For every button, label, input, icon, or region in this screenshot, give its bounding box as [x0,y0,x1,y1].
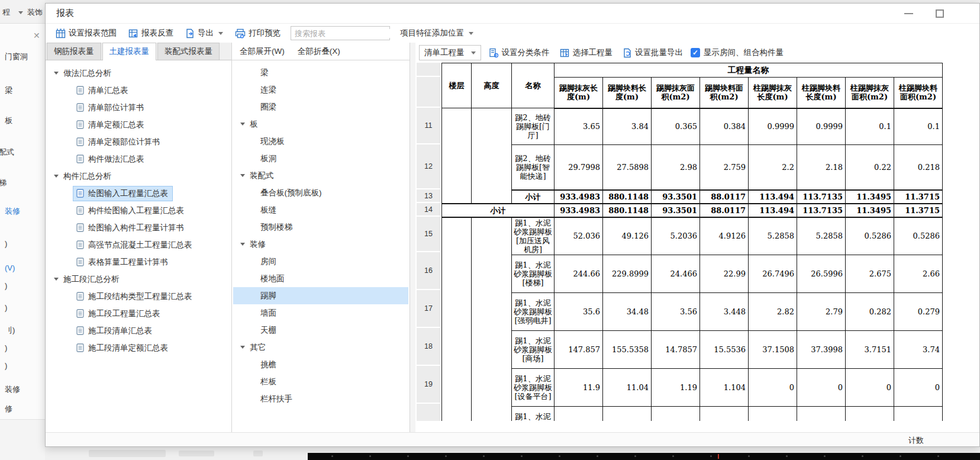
value-cell[interactable]: 2.759 [700,145,749,190]
name-cell[interactable]: 踢1、水泥砂浆踢脚板[加压送风机房] [512,217,555,255]
collapse-all-button[interactable]: 全部折叠(X) [298,46,340,57]
value-cell[interactable]: 113.494 [749,190,797,204]
minimize-icon[interactable] [904,13,913,14]
tree-report-item-body[interactable]: 施工段清单汇总表 [73,323,157,339]
name-cell[interactable]: 踢2、地砖踢脚板[智能快递] [512,145,555,190]
value-cell[interactable]: 0.218 [894,145,943,190]
tree-report-item[interactable]: 清单部位计算书 [46,99,231,116]
category-item[interactable]: 圈梁 [233,98,408,115]
value-cell[interactable]: 2.2 [749,145,797,190]
tree-report-item[interactable]: 清单定额部位计算书 [46,133,231,150]
column-header[interactable]: 柱踢脚块料面积(m2) [894,78,943,108]
value-cell[interactable]: 3.84 [603,108,652,145]
tree-group[interactable]: 施工段汇总分析 [46,271,231,288]
category-item[interactable]: 装修 [233,236,408,253]
value-cell[interactable] [797,406,846,421]
tree-report-item-body[interactable]: 施工段结构类型工程量汇总表 [73,289,197,304]
category-item[interactable]: 板洞 [233,150,408,167]
print-preview-button[interactable]: 打印预览 [231,26,285,40]
value-cell[interactable]: 11.9 [555,368,603,406]
select-quantity-button[interactable]: 选择工程量 [557,46,615,60]
value-cell[interactable] [555,406,603,421]
tree-report-item-body[interactable]: 清单汇总表 [73,83,133,98]
value-cell[interactable]: 113.494 [749,204,797,217]
category-item[interactable]: 楼地面 [233,270,408,287]
value-cell[interactable]: 0.5286 [894,217,943,255]
value-cell[interactable]: 88.0117 [700,204,749,217]
value-cell[interactable]: 0.5286 [846,217,894,255]
value-cell[interactable]: 11.3495 [846,204,894,217]
tree-report-item-body[interactable]: 高强节点混凝土工程量汇总表 [73,237,197,253]
column-header-name[interactable]: 名称 [512,63,555,108]
value-cell[interactable]: 0.279 [894,292,943,330]
value-cell[interactable]: 0 [894,368,943,406]
column-header[interactable]: 柱踢脚抹灰长度(m) [749,78,797,108]
value-cell[interactable]: 11.3715 [894,204,943,217]
tree-report-item[interactable]: 高强节点混凝土工程量汇总表 [46,236,231,253]
tree-report-item[interactable]: 施工段清单汇总表 [46,322,231,339]
value-cell[interactable]: 37.1508 [749,330,797,368]
value-cell[interactable]: 229.8999 [603,255,652,292]
category-item[interactable]: 天棚 [233,321,408,339]
value-cell[interactable]: 22.99 [700,255,749,292]
group-header[interactable]: 工程量名称 [555,63,943,78]
category-item[interactable]: 板缝 [233,201,408,218]
name-cell[interactable]: 小计 [512,190,555,204]
tab-土建报表量[interactable]: 土建报表量 [102,43,157,60]
category-item[interactable]: 预制楼梯 [233,218,408,236]
subtotal-cell[interactable]: 小计 [442,204,555,217]
value-cell[interactable]: 880.1148 [603,204,652,217]
value-cell[interactable]: 27.5898 [603,145,652,190]
row-number[interactable]: 19 [417,366,440,403]
value-cell[interactable] [846,406,894,421]
value-cell[interactable] [700,406,749,421]
value-cell[interactable]: 880.1148 [603,190,652,204]
category-item[interactable]: 房间 [233,253,408,270]
checkbox-checked-icon[interactable]: ✓ [691,48,700,57]
tree-report-item-body[interactable]: 表格算量工程量计算书 [73,255,173,270]
row-number[interactable]: 17 [417,290,440,327]
tree-report-item-body[interactable]: 清单部位计算书 [73,100,149,115]
export-button[interactable]: 导出 [181,26,227,40]
tab-钢筋报表量[interactable]: 钢筋报表量 [47,43,101,60]
column-header-floor[interactable]: 楼层 [442,63,472,108]
value-cell[interactable]: 26.7496 [749,255,797,292]
value-cell[interactable]: 2.98 [652,145,700,190]
value-cell[interactable]: 29.7998 [555,145,603,190]
tree-report-item-body[interactable]: 绘图输入构件工程量计算书 [73,220,189,236]
value-cell[interactable]: 244.66 [555,255,603,292]
value-cell[interactable] [603,406,652,421]
value-cell[interactable]: 3.65 [555,108,603,145]
value-cell[interactable]: 3.56 [652,292,700,330]
value-cell[interactable]: 14.7857 [652,330,700,368]
value-cell[interactable]: 1.19 [652,368,700,406]
value-cell[interactable] [749,406,797,421]
tree-report-item[interactable]: 施工段清单定额汇总表 [46,339,231,356]
value-cell[interactable]: 37.3998 [797,330,846,368]
value-cell[interactable]: 2.18 [797,145,846,190]
value-cell[interactable]: 0.1 [846,108,894,145]
value-cell[interactable]: 2.66 [894,255,943,292]
floor-cell[interactable] [442,217,472,422]
set-report-range-button[interactable]: 设置报表范围 [51,26,121,40]
value-cell[interactable]: 49.126 [603,217,652,255]
category-item[interactable]: 挑檐 [233,356,408,373]
value-cell[interactable]: 0.1 [894,108,943,145]
value-cell[interactable]: 147.857 [555,330,603,368]
value-cell[interactable]: 113.7135 [797,204,846,217]
panel-splitter[interactable] [410,43,415,432]
tree-report-item[interactable]: 清单汇总表 [46,82,231,99]
tree-report-item-body[interactable]: 绘图输入工程量汇总表 [73,186,173,201]
row-number[interactable]: 11 [417,108,440,144]
value-cell[interactable]: 2.82 [749,292,797,330]
value-cell[interactable]: 1.104 [700,368,749,406]
tree-report-item[interactable]: 施工段结构类型工程量汇总表 [46,288,231,305]
column-header[interactable]: 踢脚块料长度(m) [603,78,652,108]
category-item[interactable]: 板 [233,115,408,133]
row-number[interactable]: 18 [417,328,440,365]
value-cell[interactable]: 0 [846,368,894,406]
value-cell[interactable]: 93.3501 [652,204,700,217]
tree-report-item[interactable]: 绘图输入工程量汇总表 [46,185,231,202]
name-cell[interactable]: 踢1、水泥砂浆踢脚板 [512,406,555,421]
value-cell[interactable]: 3.448 [700,292,749,330]
